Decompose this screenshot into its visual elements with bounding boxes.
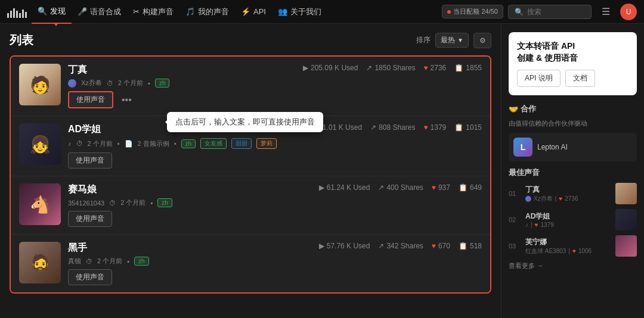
nav-voice-clone[interactable]: ✂ 构建声音 bbox=[127, 0, 179, 24]
api-card-buttons: API 说明 文档 bbox=[517, 70, 628, 87]
best-sub-2: ♪ | ♥ 1379 bbox=[525, 222, 611, 228]
bullet: • bbox=[127, 258, 129, 265]
bullet: • bbox=[148, 80, 150, 87]
use-voice-button-3[interactable]: 使用声音 bbox=[68, 211, 112, 227]
used-stat: ▶ 61.24 K Used bbox=[319, 183, 370, 192]
likes-stat: ♥ 937 bbox=[432, 183, 450, 192]
tag-sweet: 甜甜 bbox=[231, 138, 252, 149]
bullet2: • bbox=[174, 140, 177, 147]
share-icon: ↗ bbox=[366, 64, 372, 72]
api-docs-button[interactable]: 文档 bbox=[565, 70, 595, 87]
rank-02: 02 bbox=[509, 216, 521, 223]
voice-card-ding-zhen: 🧑 丁真 Xz乔希 ⏱ 2 个月前 • bbox=[11, 57, 490, 116]
rank-01: 01 bbox=[509, 190, 521, 197]
nav-right: 当日配额 24/50 🔍 ☰ U bbox=[442, 2, 637, 21]
best-sub-1: Xz乔希 | ♥ 2736 bbox=[525, 195, 611, 203]
partner-name: Lepton AI bbox=[537, 143, 568, 151]
filter-button[interactable]: ⚙ bbox=[473, 33, 491, 48]
bookmarks-stat: 📋 649 bbox=[459, 183, 482, 192]
voice-avatar-hei-shou: 🧔 bbox=[19, 242, 61, 283]
lang-tag: zh bbox=[181, 139, 196, 148]
best-sub-3: 红血球 AE3803 | ♥ 1006 bbox=[525, 247, 611, 255]
share-icon: ↗ bbox=[370, 123, 376, 132]
used-stat: ▶ 57.76 K Used bbox=[319, 242, 370, 250]
user-avatar[interactable]: U bbox=[620, 4, 637, 20]
sort-label: 排序 bbox=[416, 35, 431, 45]
api-card: 文本转语音 API 创建 & 使用语音 API 说明 文档 bbox=[509, 32, 637, 95]
avatar-image: 🧑 bbox=[19, 64, 61, 105]
see-more-button[interactable]: 查看更多 → bbox=[509, 261, 637, 270]
search-icon: 🔍 bbox=[515, 8, 524, 16]
nav-api[interactable]: ⚡ API bbox=[235, 0, 272, 24]
voice-stats-right: ▶ 61.24 K Used ↗ 400 Shares ♥ 937 bbox=[319, 183, 482, 192]
author-icon-2: ♪ bbox=[525, 222, 528, 228]
voice-avatar-saima: 🐴 bbox=[19, 183, 61, 225]
api-explain-button[interactable]: API 说明 bbox=[517, 70, 561, 87]
voice-info: 赛马娘 3541261043 ⏱ 2 个月前 • zh 使用声音 bbox=[68, 183, 312, 227]
card-top: 🐴 赛马娘 3541261043 ⏱ 2 个月前 • zh bbox=[19, 183, 482, 227]
use-voice-button-4[interactable]: 使用声音 bbox=[68, 269, 112, 285]
voice-meta: Xz乔希 ⏱ 2 个月前 • zh bbox=[68, 79, 296, 88]
nav-about[interactable]: 👥 关于我们 bbox=[272, 0, 327, 24]
voice-card-saima: 🐴 赛马娘 3541261043 ⏱ 2 个月前 • zh bbox=[11, 176, 490, 235]
author-icon bbox=[68, 79, 76, 88]
bookmark-icon: 📋 bbox=[459, 242, 467, 250]
likes-2: 1379 bbox=[541, 222, 554, 228]
heart-icon: ♥ bbox=[423, 64, 428, 72]
shares-stat: ↗ 342 Shares bbox=[378, 242, 423, 250]
more-options-button-1[interactable]: ••• bbox=[118, 93, 135, 107]
play-icon: ▶ bbox=[303, 64, 308, 72]
page-title: 列表 bbox=[10, 32, 33, 48]
bookmarks-stat: 📋 1015 bbox=[454, 123, 482, 132]
likes-1: 2736 bbox=[565, 195, 578, 202]
voice-meta: 真顿 ⏱ 2 个月前 • zh bbox=[68, 257, 312, 266]
handshake-icon: 🤝 bbox=[509, 105, 518, 114]
rank-03: 03 bbox=[509, 242, 521, 250]
logo[interactable] bbox=[7, 6, 27, 18]
api-nav-icon: ⚡ bbox=[241, 7, 250, 16]
tag-girlfriend: 女友感 bbox=[200, 138, 227, 149]
sort-select[interactable]: 最热 ▼ bbox=[435, 33, 469, 48]
voice-avatar-ad: 👧 bbox=[19, 123, 61, 165]
bookmark-icon: 📋 bbox=[459, 183, 467, 192]
voice-name: 丁真 bbox=[68, 64, 296, 76]
time-label: 2 个月前 bbox=[88, 139, 113, 148]
tooltip-box: 点击后可，输入文案，即可直接使用声音 bbox=[167, 112, 323, 132]
nav-my-voice[interactable]: 🎵 我的声音 bbox=[179, 0, 235, 24]
voice-name: 黑手 bbox=[68, 242, 312, 254]
chevron-down-icon: ▼ bbox=[457, 37, 463, 43]
clock-icon: ⏱ bbox=[76, 140, 83, 147]
likes-stat: ♥ 670 bbox=[432, 242, 450, 250]
likes-stat: ♥ 1379 bbox=[423, 123, 446, 132]
time-label: 2 个月前 bbox=[118, 79, 143, 88]
search-box[interactable]: 🔍 bbox=[508, 5, 592, 19]
clock-icon: ⏱ bbox=[86, 258, 92, 265]
best-voice-item-2: 02 AD学姐 ♪ | ♥ 1379 bbox=[509, 209, 637, 230]
right-panel: 文本转语音 API 创建 & 使用语音 API 说明 文档 🤝 合作 由值得信赖… bbox=[501, 24, 644, 318]
avatar-image: 🧔 bbox=[19, 242, 61, 283]
nav-my-voice-label: 我的声音 bbox=[198, 7, 229, 17]
avatar-image: 👧 bbox=[19, 123, 61, 165]
share-icon: ↗ bbox=[378, 183, 384, 192]
menu-button[interactable]: ☰ bbox=[596, 2, 615, 21]
arrow-indicator bbox=[49, 24, 63, 26]
daily-quota-badge[interactable]: 当日配额 24/50 bbox=[442, 5, 503, 18]
best-info-2: AD学姐 ♪ | ♥ 1379 bbox=[525, 211, 611, 228]
time-label: 2 个月前 bbox=[97, 257, 122, 266]
nav-discover[interactable]: 🔍 发现 bbox=[32, 0, 72, 24]
search-input[interactable] bbox=[527, 8, 585, 16]
time-label: 2 个月前 bbox=[120, 198, 145, 207]
use-voice-button-2[interactable]: 使用声音 bbox=[68, 152, 112, 169]
voice-info: 黑手 真顿 ⏱ 2 个月前 • zh 使用声音 bbox=[68, 242, 312, 285]
left-panel: 列表 排序 最热 ▼ ⚙ bbox=[0, 24, 501, 318]
bookmarks-stat: 📋 518 bbox=[459, 242, 482, 250]
heart-icon: ♥ bbox=[432, 242, 436, 250]
play-icon: ▶ bbox=[319, 183, 324, 192]
used-stat: ▶ 205.09 K Used bbox=[303, 64, 358, 72]
lang-tag: zh bbox=[157, 198, 172, 207]
tts-icon: 🎤 bbox=[78, 7, 87, 16]
best-avatar-image-3 bbox=[615, 235, 637, 257]
nav-tts[interactable]: 🎤 语音合成 bbox=[72, 0, 127, 24]
partner-item-lepton: L Lepton AI bbox=[509, 133, 637, 161]
use-voice-button-1[interactable]: 使用声音 bbox=[68, 91, 113, 108]
